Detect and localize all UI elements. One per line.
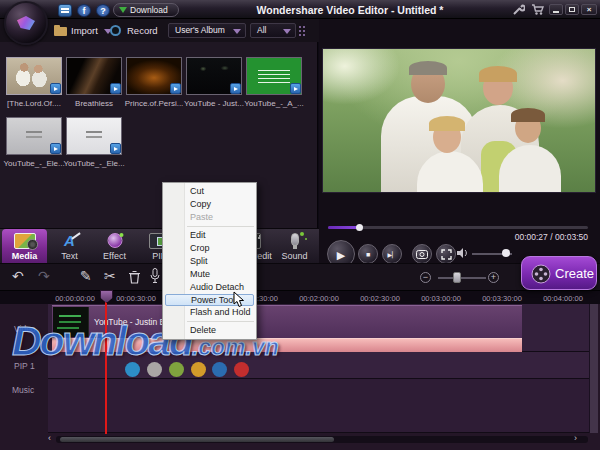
voiceover-mic-button[interactable] — [150, 268, 160, 284]
menu-item-delete[interactable]: Delete — [163, 324, 256, 337]
menu-item-split[interactable]: Split — [163, 255, 256, 268]
volume-handle[interactable] — [502, 249, 510, 257]
ruler-tick: 00:04:00:00 — [543, 294, 583, 303]
clip-name: YouTube - Just... — [183, 99, 245, 108]
timeline-panel: Video PIP 1 Music YouTube - Justin Biebe… — [0, 304, 600, 450]
preview-video[interactable] — [322, 48, 596, 193]
menu-item-paste: Paste — [163, 211, 256, 224]
help-icon[interactable]: ? — [96, 4, 110, 17]
library-thumbnail[interactable] — [66, 57, 122, 95]
camera-icon — [416, 249, 428, 259]
mouse-cursor — [233, 291, 245, 308]
effect-icon — [107, 233, 122, 248]
clip-name: YouTube_-_A_... — [243, 99, 305, 108]
seek-handle[interactable] — [356, 224, 363, 231]
menu-item-mute[interactable]: Mute — [163, 268, 256, 281]
person-figure — [511, 108, 545, 122]
delete-trash-button[interactable] — [128, 270, 141, 284]
menu-item-cut[interactable]: Cut — [163, 185, 256, 198]
filter-select[interactable]: All — [250, 23, 296, 38]
preview-panel: 00:00:27 / 00:03:50 ▶ ■ ▶▏ — [319, 19, 600, 263]
tab-media[interactable]: Media — [2, 229, 47, 264]
horizontal-scrollbar-thumb[interactable] — [60, 437, 334, 442]
library-thumbnail[interactable] — [186, 57, 242, 95]
video-badge-icon — [50, 83, 61, 94]
seek-bar[interactable] — [328, 226, 588, 229]
zoom-in-button[interactable]: + — [488, 272, 499, 283]
facebook-icon[interactable]: f — [77, 4, 91, 17]
save-project-icon[interactable] — [58, 4, 72, 17]
record-button[interactable]: Record — [127, 25, 158, 36]
volume-icon[interactable] — [457, 248, 469, 258]
person-figure — [499, 145, 561, 193]
gem-icon — [17, 16, 35, 30]
import-folder-icon — [54, 27, 67, 36]
context-menu: Cut Copy Paste Edit Crop Split Mute Audi… — [162, 182, 257, 340]
menu-item-crop[interactable]: Crop — [163, 242, 256, 255]
app-logo-icon — [4, 1, 48, 45]
download-button[interactable]: Download — [113, 3, 179, 17]
video-badge-icon — [50, 143, 61, 154]
tab-sound[interactable]: Sound — [272, 229, 317, 264]
next-frame-button[interactable]: ▶▏ — [382, 244, 402, 264]
split-button[interactable]: ✂ — [104, 268, 116, 284]
undo-button[interactable]: ↶ — [12, 268, 24, 284]
music-track[interactable] — [48, 379, 589, 433]
video-badge-icon — [110, 143, 121, 154]
ruler-tick: 00:00:30:00 — [116, 294, 156, 303]
minimize-button[interactable] — [549, 4, 563, 15]
library-thumbnail[interactable] — [66, 117, 122, 155]
tab-effect[interactable]: Effect — [92, 229, 137, 264]
create-button[interactable]: Create — [521, 256, 597, 290]
album-select[interactable]: User's Album — [168, 23, 246, 38]
tab-text[interactable]: AText — [47, 229, 92, 264]
chevron-down-icon — [283, 29, 291, 38]
scroll-left-arrow[interactable]: ‹ — [48, 433, 51, 443]
menu-item-edit[interactable]: Edit — [163, 229, 256, 242]
view-sort-icon[interactable] — [299, 26, 309, 36]
tab-bar: Media AText Effect PIP Transition Intro/… — [0, 228, 319, 263]
edit-clip-button[interactable]: ✎ — [80, 268, 92, 284]
shop-cart-icon[interactable] — [531, 3, 545, 16]
library-thumbnail[interactable] — [6, 117, 62, 155]
video-badge-icon — [230, 83, 241, 94]
media-icon — [14, 233, 36, 249]
timecode: 00:00:27 / 00:03:50 — [515, 232, 588, 242]
timeline-zoom-slider[interactable] — [438, 277, 486, 279]
microphone-icon — [291, 233, 299, 246]
ruler-tick: 00:02:00:00 — [299, 294, 339, 303]
chevron-down-icon — [233, 29, 241, 38]
snapshot-button[interactable] — [412, 244, 432, 264]
record-icon — [110, 25, 121, 36]
expand-icon — [441, 249, 452, 260]
library-thumbnail[interactable] — [6, 57, 62, 95]
clip-name: YouTube_-_Ele... — [3, 159, 65, 168]
ruler-tick: 00:02:30:00 — [360, 294, 400, 303]
menu-item-copy[interactable]: Copy — [163, 198, 256, 211]
import-button[interactable]: Import — [71, 25, 98, 36]
track-label-music: Music — [12, 385, 34, 395]
clip-name: Breathless — [63, 99, 125, 108]
menu-separator — [187, 321, 254, 322]
timeline-zoom-handle[interactable] — [453, 272, 461, 283]
library-thumbnail[interactable] — [246, 57, 302, 95]
fullscreen-button[interactable] — [436, 244, 456, 264]
close-button[interactable]: × — [581, 4, 597, 15]
library-thumbnail[interactable] — [126, 57, 182, 95]
video-badge-icon — [110, 83, 121, 94]
ruler-tick: 00:03:30:00 — [482, 294, 522, 303]
app-window: f ? Download Wondershare Video Editor - … — [0, 0, 600, 450]
scroll-right-arrow[interactable]: › — [574, 433, 577, 443]
redo-button[interactable]: ↷ — [38, 268, 50, 284]
settings-wrench-icon[interactable] — [512, 3, 525, 16]
maximize-button[interactable] — [565, 4, 579, 15]
timeline-ruler[interactable]: 00:00:00:00 00:00:30:00 00:01:00:00 00:0… — [0, 290, 600, 304]
zoom-out-button[interactable]: − — [420, 272, 431, 283]
vertical-scrollbar[interactable] — [589, 304, 598, 433]
text-icon: A — [59, 233, 81, 249]
person-figure — [409, 61, 447, 75]
clip-name: YouTube_-_Ele... — [63, 159, 125, 168]
clip-name: [The.Lord.Of.... — [3, 99, 65, 108]
clip-name: Prince.of.Persi... — [123, 99, 185, 108]
stop-button[interactable]: ■ — [358, 244, 378, 264]
